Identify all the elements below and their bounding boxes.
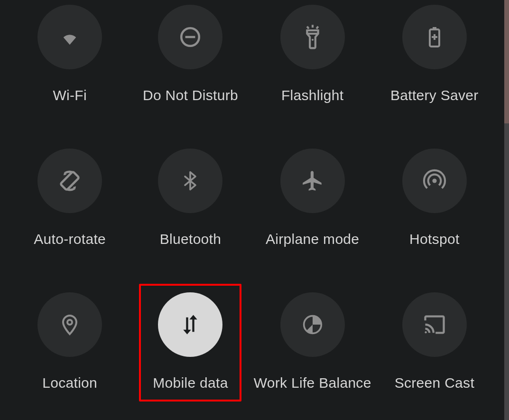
airplane-icon <box>280 149 345 213</box>
location-icon <box>37 292 102 357</box>
auto-rotate-icon <box>37 149 102 213</box>
tile-label: Screen Cast <box>395 375 474 391</box>
tile-dnd[interactable]: Do Not Disturb <box>130 5 250 103</box>
flashlight-icon <box>280 5 345 69</box>
tile-hotspot[interactable]: Hotspot <box>374 149 495 247</box>
svg-point-14 <box>432 178 436 183</box>
svg-line-4 <box>316 27 318 29</box>
svg-rect-8 <box>433 27 436 29</box>
quick-settings-grid: Wi-Fi Do Not Disturb <box>9 5 495 401</box>
bluetooth-icon <box>158 149 222 213</box>
hotspot-icon <box>402 149 467 213</box>
wifi-icon <box>37 5 102 69</box>
tile-bluetooth[interactable]: Bluetooth <box>130 149 250 247</box>
tile-auto-rotate[interactable]: Auto-rotate <box>9 149 130 247</box>
svg-point-17 <box>425 331 426 333</box>
tile-battery-saver[interactable]: Battery Saver <box>374 5 495 103</box>
tile-location[interactable]: Location <box>9 292 130 391</box>
tile-screen-cast[interactable]: Screen Cast <box>374 292 495 391</box>
tile-label: Location <box>42 375 97 391</box>
battery-saver-icon <box>402 5 467 69</box>
tile-flashlight[interactable]: Flashlight <box>251 5 374 103</box>
tile-wifi[interactable]: Wi-Fi <box>9 5 130 103</box>
tile-airplane[interactable]: Airplane mode <box>251 149 374 247</box>
tile-label: Work Life Balance <box>254 375 371 391</box>
tile-label: Auto-rotate <box>34 231 106 247</box>
tile-label: Flashlight <box>281 87 343 103</box>
tile-label: Wi-Fi <box>53 87 86 103</box>
tile-label: Airplane mode <box>266 231 359 247</box>
dnd-icon <box>158 5 222 69</box>
svg-point-15 <box>67 320 72 325</box>
svg-point-6 <box>312 39 314 41</box>
svg-line-3 <box>307 27 309 29</box>
tile-label: Mobile data <box>153 375 228 391</box>
screen-cast-icon <box>402 292 467 357</box>
tile-label: Battery Saver <box>390 87 479 103</box>
quick-settings-panel: Wi-Fi Do Not Disturb <box>0 0 504 420</box>
work-life-icon <box>280 292 345 357</box>
svg-rect-11 <box>60 171 79 190</box>
tile-label: Hotspot <box>409 231 460 247</box>
tile-mobile-data[interactable]: Mobile data <box>139 284 241 401</box>
tile-label: Bluetooth <box>160 231 221 247</box>
tile-work-life[interactable]: Work Life Balance <box>251 292 374 391</box>
mobile-data-icon <box>158 292 222 357</box>
tile-label: Do Not Disturb <box>143 87 238 103</box>
side-strip <box>504 0 509 420</box>
